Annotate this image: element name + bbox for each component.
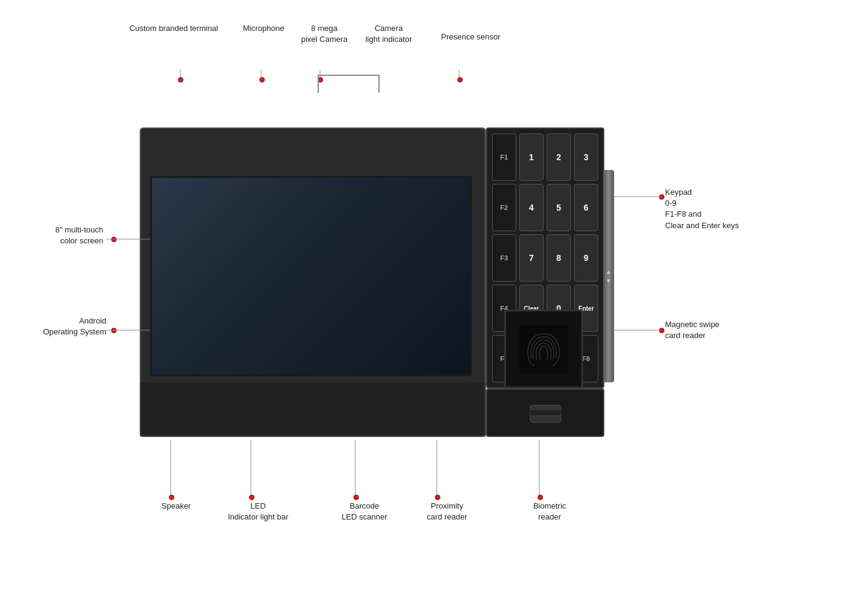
label-custom-branded-terminal: Custom branded terminal — [124, 23, 218, 34]
dot-biometric — [538, 495, 543, 500]
dot-microphone — [259, 77, 265, 83]
label-camera: 8 megapixel Camera — [288, 23, 361, 45]
label-biometric: Biometricreader — [513, 501, 586, 523]
label-speaker: Speaker — [146, 501, 206, 512]
label-led-bar: LEDIndicator light bar — [219, 501, 298, 523]
dot-proximity — [435, 495, 440, 500]
key-f1[interactable]: F1 — [492, 134, 516, 181]
dot-led-bar — [249, 495, 254, 500]
bracket-right — [378, 75, 380, 93]
bracket-left — [318, 75, 319, 93]
key-1[interactable]: 1 — [519, 134, 544, 181]
key-f2[interactable]: F2 — [492, 184, 516, 231]
key-4[interactable]: 4 — [519, 184, 544, 231]
biometric-fingerprint-reader — [504, 310, 583, 388]
arrow-down-icon: ▼ — [606, 277, 612, 284]
dot-custom-branded — [178, 77, 183, 83]
label-keypad: Keypad0-9F1-F8 andClear and Enter keys — [665, 187, 771, 231]
key-9[interactable]: 9 — [574, 234, 598, 282]
dot-android-os — [111, 328, 117, 333]
dot-presence-sensor — [457, 77, 463, 83]
dot-speaker — [169, 495, 174, 500]
dot-screen — [111, 237, 117, 242]
label-android-os: AndroidOperating System — [18, 316, 106, 337]
display-screen — [150, 176, 472, 376]
label-screen: 8" multi-touchcolor screen — [18, 225, 103, 246]
side-strip: ▲ ▼ — [603, 170, 614, 382]
key-3[interactable]: 3 — [574, 134, 598, 181]
label-barcode: BarcodeLED scanner — [328, 501, 401, 523]
card-reader-panel — [486, 388, 604, 437]
biometric-sensor — [519, 325, 568, 373]
label-proximity: Proximitycard reader — [411, 501, 483, 523]
key-7[interactable]: 7 — [519, 234, 544, 282]
key-6[interactable]: 6 — [574, 184, 598, 231]
dot-keypad — [659, 194, 664, 200]
key-2[interactable]: 2 — [547, 134, 571, 181]
diagram-container: ATS ((□)) F1 1 2 3 F2 4 5 6 — [0, 0, 843, 616]
dot-barcode — [353, 495, 359, 500]
key-5[interactable]: 5 — [547, 184, 571, 231]
arrow-up-icon: ▲ — [606, 268, 612, 275]
key-8[interactable]: 8 — [547, 234, 571, 282]
dot-magnetic-swipe — [659, 328, 664, 333]
label-camera-light: Cameralight indicator — [352, 23, 425, 45]
bracket-line — [318, 75, 379, 76]
label-magnetic-swipe: Magnetic swipecard reader — [665, 319, 771, 341]
svg-rect-2 — [530, 410, 561, 415]
terminal-bottom: ((□)) — [140, 382, 486, 437]
label-presence-sensor: Presence sensor — [431, 32, 510, 42]
key-f3[interactable]: F3 — [492, 234, 516, 282]
